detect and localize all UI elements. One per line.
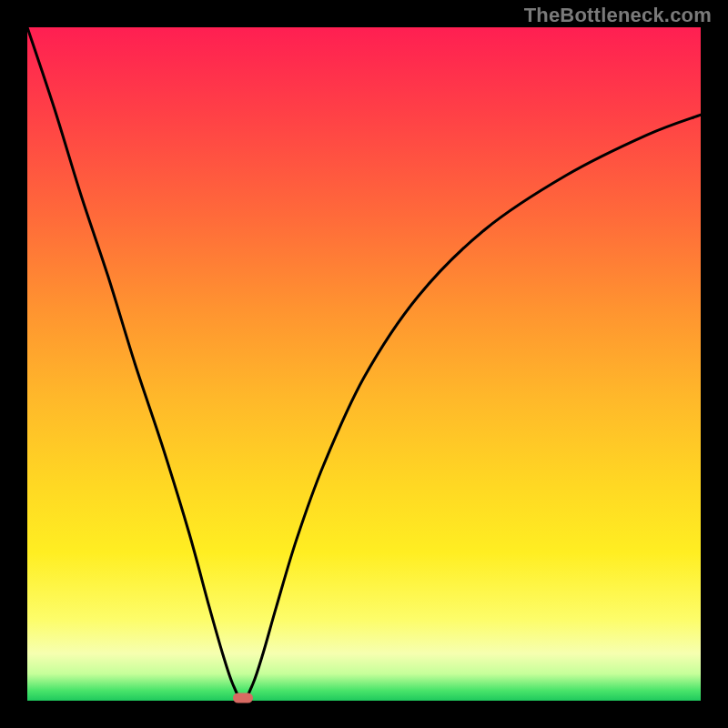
curve-svg-layer [27, 27, 701, 701]
optimum-marker [233, 693, 253, 703]
bottleneck-curve [27, 27, 701, 701]
watermark-text: TheBottleneck.com [524, 4, 712, 27]
chart-frame: TheBottleneck.com [0, 0, 728, 728]
